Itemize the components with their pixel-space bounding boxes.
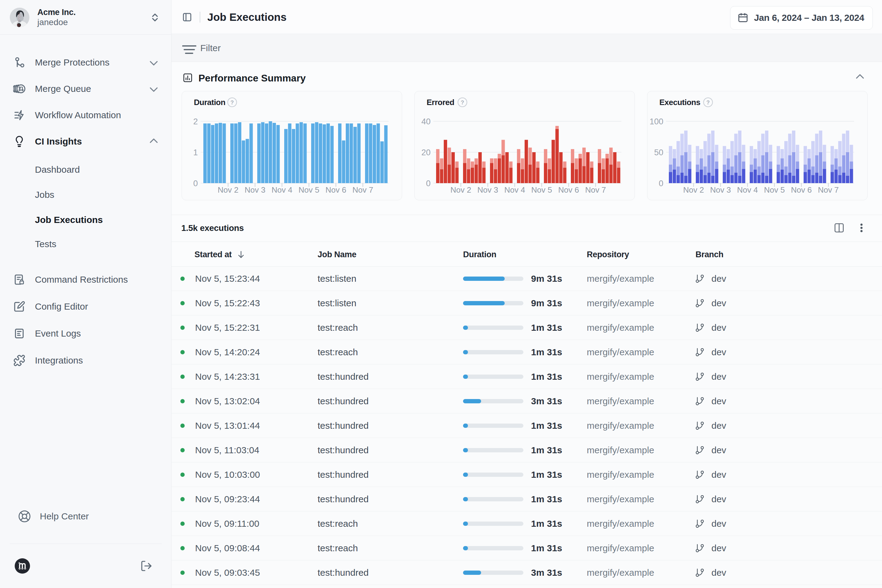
svg-text:Nov 3: Nov 3 xyxy=(245,185,266,195)
svg-text:1: 1 xyxy=(193,148,198,157)
svg-text:Nov 6: Nov 6 xyxy=(558,185,579,195)
svg-text:Nov 2: Nov 2 xyxy=(683,185,704,195)
svg-text:40: 40 xyxy=(422,117,430,126)
svg-text:0: 0 xyxy=(426,179,430,188)
svg-text:Nov 6: Nov 6 xyxy=(326,185,346,195)
svg-text:100: 100 xyxy=(650,117,663,126)
svg-text:Nov 2: Nov 2 xyxy=(450,185,471,195)
svg-text:Nov 3: Nov 3 xyxy=(710,185,731,195)
svg-text:0: 0 xyxy=(193,179,198,188)
svg-text:Nov 7: Nov 7 xyxy=(818,185,839,195)
svg-text:Nov 4: Nov 4 xyxy=(504,185,525,195)
svg-text:Nov 2: Nov 2 xyxy=(218,185,238,195)
svg-text:0: 0 xyxy=(659,179,663,188)
svg-text:Nov 3: Nov 3 xyxy=(477,185,498,195)
svg-text:20: 20 xyxy=(422,148,430,157)
svg-text:Nov 6: Nov 6 xyxy=(791,185,812,195)
svg-text:Nov 7: Nov 7 xyxy=(585,185,606,195)
svg-text:50: 50 xyxy=(654,148,663,157)
svg-text:Nov 7: Nov 7 xyxy=(352,185,374,195)
svg-text:2: 2 xyxy=(193,117,198,126)
svg-text:Nov 5: Nov 5 xyxy=(531,185,552,195)
svg-text:Nov 5: Nov 5 xyxy=(298,185,320,195)
svg-text:Nov 4: Nov 4 xyxy=(737,185,758,195)
svg-text:Nov 4: Nov 4 xyxy=(272,185,292,195)
svg-text:Nov 5: Nov 5 xyxy=(764,185,785,195)
